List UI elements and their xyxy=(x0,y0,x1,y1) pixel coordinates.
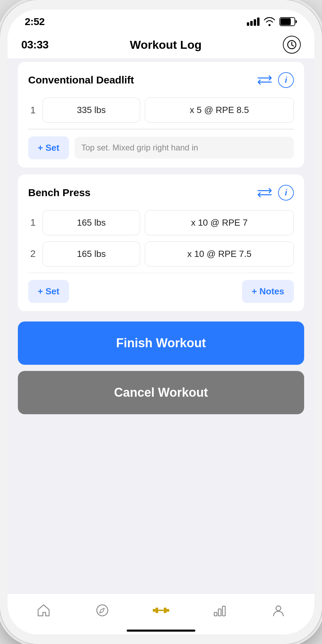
wifi-icon xyxy=(264,17,275,26)
weight-input[interactable]: 165 lbs xyxy=(43,241,140,267)
svg-rect-7 xyxy=(164,608,166,613)
exercise-name: Bench Press xyxy=(28,187,257,199)
exercise-actions: i xyxy=(257,185,294,201)
battery-icon xyxy=(279,17,297,26)
set-row: 1 335 lbs x 5 @ RPE 8.5 xyxy=(28,98,294,123)
card-bottom-row: + Set Top set. Mixed grip right hand in xyxy=(28,136,294,159)
set-number: 1 xyxy=(28,217,38,228)
add-set-button[interactable]: + Set xyxy=(28,280,69,303)
action-buttons: Finish Workout Cancel Workout xyxy=(18,318,304,418)
tab-profile[interactable] xyxy=(249,601,308,620)
exercise-header: Conventional Deadlift i xyxy=(28,72,294,88)
exercise-card-bench-press: Bench Press i 1 165 lbs xyxy=(18,174,304,312)
add-set-button[interactable]: + Set xyxy=(28,136,69,159)
svg-rect-6 xyxy=(156,608,158,613)
reps-rpe-input[interactable]: x 5 @ RPE 8.5 xyxy=(145,98,294,123)
workout-timer: 03:33 xyxy=(21,38,48,51)
add-notes-button[interactable]: + Notes xyxy=(242,280,294,303)
exercise-actions: i xyxy=(257,72,294,88)
home-indicator xyxy=(127,630,195,632)
status-time: 2:52 xyxy=(25,16,45,27)
workout-icon xyxy=(151,601,171,620)
tab-explore[interactable] xyxy=(73,601,132,620)
divider xyxy=(28,273,294,273)
info-icon[interactable]: i xyxy=(278,72,294,88)
svg-rect-10 xyxy=(218,609,221,616)
swap-icon[interactable] xyxy=(257,75,272,85)
stats-icon xyxy=(210,601,229,620)
card-bottom-row: + Set + Notes xyxy=(28,280,294,303)
svg-point-12 xyxy=(276,606,281,611)
svg-rect-11 xyxy=(222,606,225,616)
home-icon xyxy=(34,601,53,620)
weight-input[interactable]: 335 lbs xyxy=(43,98,140,123)
cancel-workout-button[interactable]: Cancel Workout xyxy=(18,371,304,414)
svg-rect-9 xyxy=(214,612,217,616)
profile-icon xyxy=(269,601,288,620)
svg-rect-1 xyxy=(280,18,291,25)
app-header: 03:33 Workout Log xyxy=(8,31,314,58)
svg-rect-8 xyxy=(158,610,164,611)
exercise-card-conventional-deadlift: Conventional Deadlift i 1 33 xyxy=(18,62,304,168)
tab-workout[interactable] xyxy=(132,601,191,620)
phone-shell: 2:52 xyxy=(0,0,322,644)
status-bar: 2:52 xyxy=(8,10,314,31)
tab-stats[interactable] xyxy=(190,601,249,620)
set-number: 2 xyxy=(28,248,38,259)
page-title: Workout Log xyxy=(130,38,202,52)
svg-rect-5 xyxy=(166,609,169,612)
set-row: 1 165 lbs x 10 @ RPE 7 xyxy=(28,210,294,235)
reps-rpe-input[interactable]: x 10 @ RPE 7.5 xyxy=(145,241,294,267)
compass-icon xyxy=(93,601,112,620)
scroll-area: Conventional Deadlift i 1 33 xyxy=(8,58,314,594)
swap-icon[interactable] xyxy=(257,188,272,197)
divider xyxy=(28,129,294,129)
info-icon[interactable]: i xyxy=(278,185,294,201)
exercise-header: Bench Press i xyxy=(28,185,294,201)
tab-home[interactable] xyxy=(14,601,73,620)
clock-button[interactable] xyxy=(283,36,301,54)
signal-icon xyxy=(247,18,260,26)
status-icons xyxy=(247,17,297,26)
set-number: 1 xyxy=(28,105,38,116)
exercise-name: Conventional Deadlift xyxy=(28,74,257,86)
notes-input[interactable]: Top set. Mixed grip right hand in xyxy=(74,137,294,159)
set-row: 2 165 lbs x 10 @ RPE 7.5 xyxy=(28,241,294,267)
reps-rpe-input[interactable]: x 10 @ RPE 7 xyxy=(145,210,294,235)
tab-bar xyxy=(8,594,314,625)
screen: 2:52 xyxy=(8,10,314,634)
svg-rect-4 xyxy=(153,609,156,612)
weight-input[interactable]: 165 lbs xyxy=(43,210,140,235)
svg-point-3 xyxy=(97,605,108,616)
finish-workout-button[interactable]: Finish Workout xyxy=(18,321,304,365)
